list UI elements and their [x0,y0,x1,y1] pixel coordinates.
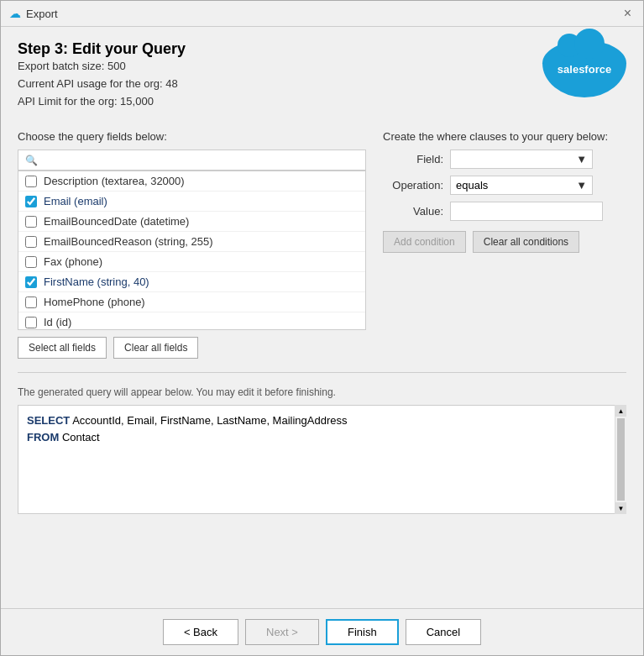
add-condition-button[interactable]: Add condition [383,231,466,253]
step-title: Step 3: Edit your Query [18,40,186,58]
search-icon: 🔍 [25,155,38,166]
scroll-thumb [617,418,625,501]
list-item: Fax (phone) [18,252,365,272]
value-row: Value: [383,202,626,221]
field-checkbox-firstname[interactable] [25,276,37,288]
main-area: Choose the query fields below: 🔍 Descrip… [18,130,626,359]
field-checkbox-email[interactable] [25,196,37,207]
titlebar: ☁ Export × [1,1,643,27]
clear-conditions-button[interactable]: Clear all conditions [473,231,579,253]
fields-buttons: Select all fields Clear all fields [18,337,366,359]
header-row: Step 3: Edit your Query Export batch siz… [18,40,626,123]
operation-dropdown[interactable]: equals ▼ [450,176,593,195]
operation-row: Operation: equals ▼ [383,176,626,195]
meta-line-1: Export batch size: 500 [18,58,186,76]
footer: < Back Next > Finish Cancel [1,608,643,655]
field-row: Field: ▼ [383,150,626,169]
scroll-up-button[interactable]: ▲ [615,405,626,417]
condition-buttons: Add condition Clear all conditions [383,231,626,253]
query-note: The generated query will appear below. Y… [18,386,626,398]
titlebar-left: ☁ Export [9,7,58,20]
from-table: Contact [59,431,99,443]
next-button[interactable]: Next > [245,619,319,645]
query-area[interactable]: SELECT AccountId, Email, FirstName, Last… [18,405,626,514]
field-label-id[interactable]: Id (id) [44,316,71,328]
list-item: Description (textarea, 32000) [18,171,365,192]
meta-line-2: Current API usage for the org: 48 [18,76,186,93]
fields-list: Description (textarea, 32000) Email (ema… [18,171,366,330]
chevron-down-icon: ▼ [576,153,587,165]
list-item: FirstName (string, 40) [18,272,365,292]
close-button[interactable]: × [620,6,635,21]
field-checkbox-id[interactable] [25,317,37,328]
chevron-down-icon: ▼ [576,179,587,192]
value-label: Value: [383,205,450,218]
divider [18,372,626,373]
field-checkbox-description[interactable] [25,176,37,187]
operation-value: equals [456,179,488,192]
field-label-firstname[interactable]: FirstName (string, 40) [44,276,149,288]
fields-section-label: Choose the query fields below: [18,130,366,143]
operation-label: Operation: [383,179,450,192]
list-item: EmailBouncedDate (datetime) [18,212,365,232]
logo-text: salesforce [558,63,611,76]
field-label: Field: [383,153,450,165]
right-panel: Create the where clauses to your query b… [383,130,626,359]
field-label-description[interactable]: Description (textarea, 32000) [44,175,185,187]
search-box: 🔍 [18,150,366,171]
main-content: Step 3: Edit your Query Export batch siz… [1,27,643,608]
field-label-fax[interactable]: Fax (phone) [44,255,102,268]
app-icon: ☁ [9,7,21,20]
query-container: SELECT AccountId, Email, FirstName, Last… [18,405,626,514]
field-dropdown[interactable]: ▼ [450,150,593,169]
field-label-emailbounceddate[interactable]: EmailBouncedDate (datetime) [44,215,189,228]
scrollbar[interactable]: ▲ ▼ [615,405,626,514]
meta-info: Export batch size: 500 Current API usage… [18,58,186,110]
list-item: EmailBouncedReason (string, 255) [18,232,365,252]
left-panel: Choose the query fields below: 🔍 Descrip… [18,130,366,359]
select-all-fields-button[interactable]: Select all fields [18,337,107,359]
value-input[interactable] [450,202,603,221]
cancel-button[interactable]: Cancel [406,619,481,645]
query-line-2: FROM Contact [27,429,617,446]
clear-all-fields-button[interactable]: Clear all fields [113,337,198,359]
list-item: HomePhone (phone) [18,292,365,312]
search-input[interactable] [41,154,359,166]
field-checkbox-emailbounceddate[interactable] [25,216,37,228]
export-window: ☁ Export × Step 3: Edit your Query Expor… [0,0,644,656]
header-left: Step 3: Edit your Query Export batch siz… [18,40,186,123]
list-item: Email (email) [18,192,365,212]
scroll-down-button[interactable]: ▼ [615,502,626,514]
field-label-homephone[interactable]: HomePhone (phone) [44,296,145,308]
salesforce-logo: salesforce [542,40,626,97]
where-clause: Field: ▼ Operation: equals ▼ [383,150,626,253]
field-label-email[interactable]: Email (email) [44,195,107,207]
field-checkbox-fax[interactable] [25,256,37,268]
query-line-1: SELECT AccountId, Email, FirstName, Last… [27,412,617,429]
meta-line-3: API Limit for the org: 15,000 [18,93,186,111]
finish-button[interactable]: Finish [326,619,399,645]
window-title: Export [26,8,58,20]
select-keyword: SELECT [27,414,70,427]
list-item: Id (id) [18,312,365,330]
from-keyword: FROM [27,431,59,443]
field-checkbox-emailbouncedreason[interactable] [25,236,37,248]
field-label-emailbouncedreason[interactable]: EmailBouncedReason (string, 255) [44,235,213,248]
where-section-label: Create the where clauses to your query b… [383,130,626,143]
field-checkbox-homephone[interactable] [25,297,37,308]
select-fields: AccountId, Email, FirstName, LastName, M… [70,414,347,427]
back-button[interactable]: < Back [163,619,238,645]
